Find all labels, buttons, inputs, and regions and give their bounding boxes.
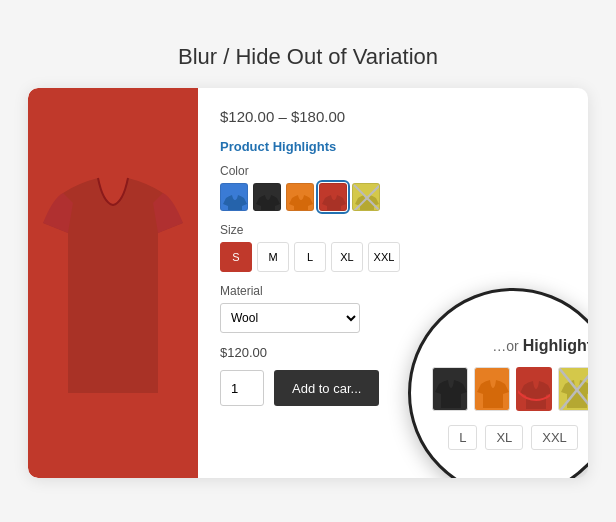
size-btn-s[interactable]: S [220,242,252,272]
color-swatch-orange[interactable] [286,183,314,211]
product-card: $120.00 – $180.00 Product Highlights Col… [28,88,588,478]
zoom-content: …or Highlights [411,291,588,478]
page-title: Blur / Hide Out of Variation [178,44,438,70]
color-swatch-yellow-crossed[interactable] [352,183,380,211]
size-options: S M L XL XXL [220,242,566,272]
size-btn-m[interactable]: M [257,242,289,272]
shirt-shape [28,88,198,478]
zoom-size-xl[interactable]: XL [485,425,523,450]
size-row: Size S M L XL XXL [220,223,566,272]
color-row: Color [220,164,566,211]
add-to-cart-button[interactable]: Add to car... [274,370,379,406]
color-swatches [220,183,566,211]
quantity-input[interactable] [220,370,264,406]
color-swatch-red[interactable] [319,183,347,211]
zoom-swatch-yellow-crossed[interactable] [558,367,588,411]
size-btn-l[interactable]: L [294,242,326,272]
color-label: Color [220,164,566,178]
zoom-size-xxl[interactable]: XXL [531,425,578,450]
price-range: $120.00 – $180.00 [220,108,566,125]
size-btn-xl[interactable]: XL [331,242,363,272]
section-label: Product Highlights [220,139,566,154]
product-image [28,88,198,478]
zoom-sizes: L XL XXL [448,425,578,450]
color-swatch-blue[interactable] [220,183,248,211]
size-btn-xxl[interactable]: XXL [368,242,400,272]
size-label: Size [220,223,566,237]
color-swatch-dark[interactable] [253,183,281,211]
zoom-swatch-dark[interactable] [432,367,468,411]
zoom-highlights-label: Highlights [523,337,588,355]
zoom-swatch-orange[interactable] [474,367,510,411]
material-select[interactable]: Wool Cotton Polyester Linen [220,303,360,333]
zoom-swatch-red[interactable] [516,367,552,411]
zoom-swatches [432,367,588,411]
zoom-overlay: …or Highlights [408,288,588,478]
zoom-size-l[interactable]: L [448,425,477,450]
shirt-svg [43,133,183,433]
